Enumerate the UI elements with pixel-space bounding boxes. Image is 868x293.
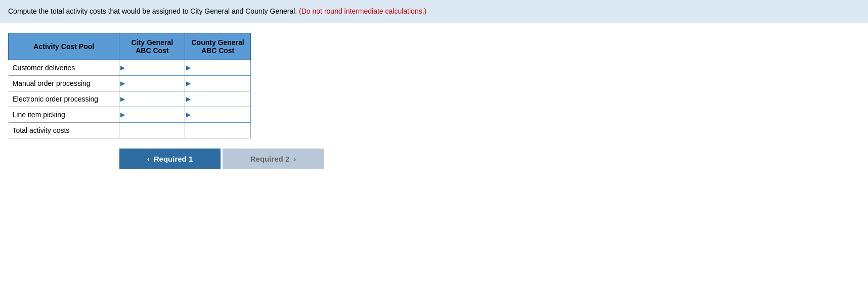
county-customer-deliveries-input[interactable]	[185, 60, 250, 75]
county-manual-order-cell: ▶	[185, 76, 251, 91]
county-line-item-cell: ▶	[185, 107, 251, 123]
city-total-input[interactable]	[119, 123, 185, 138]
navigation-buttons: ‹ Required 1 Required 2 ›	[119, 149, 860, 169]
table-row: Electronic order processing ▶ ▶	[9, 91, 251, 107]
county-line-item-input[interactable]	[185, 107, 250, 122]
city-electronic-order-cell: ▶	[119, 91, 185, 107]
row-label-customer-deliveries: Customer deliveries	[9, 60, 119, 76]
header-county-general: County General ABC Cost	[185, 33, 251, 60]
city-manual-order-input[interactable]	[119, 76, 185, 91]
city-customer-deliveries-cell: ▶	[119, 60, 185, 76]
required2-label: Required 2	[250, 155, 290, 163]
instruction-warning-text: (Do not round intermediate calculations.…	[299, 7, 426, 15]
total-row: Total activity costs	[9, 123, 251, 138]
city-manual-order-cell: ▶	[119, 76, 185, 91]
header-city-general: City General ABC Cost	[119, 33, 185, 60]
activity-cost-table: Activity Cost Pool City General ABC Cost…	[8, 33, 251, 138]
instruction-main-text: Compute the total activity costs that wo…	[8, 7, 297, 15]
county-total-cell	[185, 123, 251, 138]
city-total-cell	[119, 123, 185, 138]
required1-label: Required 1	[154, 155, 193, 163]
next-chevron-icon: ›	[293, 155, 296, 163]
city-customer-deliveries-input[interactable]	[119, 60, 185, 75]
row-label-manual-order: Manual order processing	[9, 76, 119, 91]
county-customer-deliveries-cell: ▶	[185, 60, 251, 76]
city-line-item-input[interactable]	[119, 107, 185, 122]
required2-button[interactable]: Required 2 ›	[223, 149, 324, 169]
table-row: Customer deliveries ▶ ▶	[9, 60, 251, 76]
total-row-label: Total activity costs	[9, 123, 119, 138]
city-electronic-order-input[interactable]	[119, 91, 185, 107]
prev-chevron-icon: ‹	[147, 155, 150, 163]
header-activity-cost-pool: Activity Cost Pool	[9, 33, 119, 60]
county-electronic-order-input[interactable]	[185, 91, 250, 107]
required1-button[interactable]: ‹ Required 1	[119, 149, 221, 169]
county-electronic-order-cell: ▶	[185, 91, 251, 107]
county-total-input[interactable]	[185, 123, 250, 138]
row-label-line-item: Line item picking	[9, 107, 119, 123]
row-label-electronic-order: Electronic order processing	[9, 91, 119, 107]
instruction-banner: Compute the total activity costs that wo…	[0, 0, 868, 23]
county-manual-order-input[interactable]	[185, 76, 250, 91]
city-line-item-cell: ▶	[119, 107, 185, 123]
table-row: Manual order processing ▶ ▶	[9, 76, 251, 91]
activity-cost-table-container: Activity Cost Pool City General ABC Cost…	[8, 33, 251, 138]
table-row: Line item picking ▶ ▶	[9, 107, 251, 123]
